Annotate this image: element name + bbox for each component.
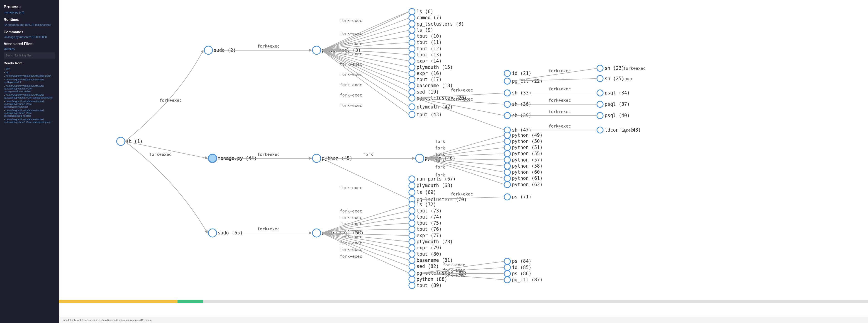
node-ls9[interactable]: ls (9) xyxy=(409,27,433,33)
node-tput10[interactable]: tput (10) xyxy=(409,33,442,39)
node-tput43[interactable]: tput (43) xyxy=(409,111,442,117)
node-expr14[interactable]: expr (14) xyxy=(409,58,442,64)
node-expr16[interactable]: expr (16) xyxy=(409,70,442,76)
reads-list-item[interactable]: home/vagrant/.virtualenvs/stacked-up/loc… xyxy=(4,117,55,124)
node-tput76[interactable]: tput (76) xyxy=(409,226,442,232)
node-sed19[interactable]: sed (19) xyxy=(409,89,439,95)
svg-text:tput (74): tput (74) xyxy=(416,214,442,220)
node-runparts67[interactable]: run-parts (67) xyxy=(409,176,456,182)
node-pglsclusters8[interactable]: pg_lsclusters (8) xyxy=(409,21,464,27)
search-input[interactable] xyxy=(4,52,55,59)
svg-text:fork: fork xyxy=(435,139,445,144)
reads-list-item[interactable]: home/vagrant/.virtualenvs/stacked-up/loc… xyxy=(4,84,55,93)
node-id21[interactable]: id (21) xyxy=(504,70,531,76)
reads-list-item[interactable]: home/vagrant/.virtualenvs/stacked-up/lib… xyxy=(4,78,55,84)
svg-text:ls (69): ls (69) xyxy=(416,189,436,195)
svg-point-110 xyxy=(504,181,510,187)
svg-text:python (57): python (57) xyxy=(512,157,542,163)
node-tput12[interactable]: tput (12) xyxy=(409,45,442,51)
node-chmod7[interactable]: chmod (7) xyxy=(409,15,442,21)
svg-text:python (55): python (55) xyxy=(512,151,542,156)
node-ps84[interactable]: ps (84) xyxy=(504,258,531,264)
node-ps71[interactable]: ps (71) xyxy=(504,194,531,200)
node-ls69[interactable]: ls (69) xyxy=(409,189,436,195)
svg-point-8 xyxy=(409,9,415,15)
svg-text:fork+exec: fork+exec xyxy=(549,124,571,129)
reads-list-item[interactable]: dev xyxy=(4,67,55,70)
reads-list-item[interactable]: etc xyxy=(4,70,55,74)
svg-point-68 xyxy=(504,78,510,84)
node-expr77[interactable]: expr (77) xyxy=(409,232,442,239)
svg-text:fork+exec: fork+exec xyxy=(257,44,280,48)
node-tput89[interactable]: tput (89) xyxy=(409,282,442,289)
svg-text:id (21): id (21) xyxy=(512,71,531,76)
svg-text:fork+exec: fork+exec xyxy=(451,192,473,196)
svg-point-26 xyxy=(409,64,415,70)
svg-text:fork+exec: fork+exec xyxy=(549,98,571,103)
node-python50[interactable]: python (50) xyxy=(504,138,542,144)
reads-list-item[interactable]: home/vagrant/.virtualenvs/stacked-up/loc… xyxy=(4,93,55,100)
node-plymouth78[interactable]: plymouth (78) xyxy=(409,239,453,245)
node-ls6[interactable]: ls (6) xyxy=(409,9,433,15)
status-text: Cumulatively took 3 seconds and 3.75 mil… xyxy=(62,319,152,321)
svg-text:fork+exec: fork+exec xyxy=(623,66,646,71)
node-python57[interactable]: python (57) xyxy=(504,157,542,163)
runtime-value: 22 seconds and 894.73 milliseconds xyxy=(4,23,55,27)
node-ldconfig48[interactable]: ldconfig (48) xyxy=(597,127,641,133)
svg-text:python (58): python (58) xyxy=(512,163,542,169)
node-python58[interactable]: python (58) xyxy=(504,163,542,169)
node-sh25[interactable]: sh (25) xyxy=(597,75,624,81)
node-python88[interactable]: python (88) xyxy=(409,276,447,282)
svg-point-124 xyxy=(409,189,415,195)
node-python61[interactable]: python (61) xyxy=(504,175,542,181)
node-pgctl87[interactable]: pg_ctl (87) xyxy=(504,277,542,283)
node-psql37[interactable]: psql (37) xyxy=(597,101,630,107)
svg-point-82 xyxy=(409,111,415,117)
reads-list-item[interactable]: home/vagrant/.virtualenvs/stacked-up/loc… xyxy=(4,108,55,117)
node-python49[interactable]: python (49) xyxy=(504,132,542,138)
command-value: ./manage.py runserver 0.0.0.0:8000 xyxy=(4,36,55,39)
node-plymouth68[interactable]: plymouth (68) xyxy=(409,183,453,189)
node-python62[interactable]: python (62) xyxy=(504,181,542,187)
node-plymouth42[interactable]: plymouth (42) xyxy=(409,104,453,110)
node-pgctl22[interactable]: pg_ctl (22) xyxy=(504,78,542,84)
node-ls72[interactable]: ls (72) xyxy=(409,202,436,208)
svg-point-104 xyxy=(504,163,510,169)
svg-text:tput (76): tput (76) xyxy=(416,226,442,232)
reads-list: devetchome/vagrant/.virtualenvs/stacked-… xyxy=(4,67,55,124)
node-tput11[interactable]: tput (11) xyxy=(409,39,442,45)
svg-text:expr (16): expr (16) xyxy=(416,71,442,76)
node-tput75[interactable]: tput (75) xyxy=(409,220,442,226)
node-psql40[interactable]: psql (40) xyxy=(597,113,630,119)
node-tput73[interactable]: tput (73) xyxy=(409,208,442,214)
node-python60[interactable]: python (60) xyxy=(504,169,542,175)
node-id85[interactable]: id (85) xyxy=(504,264,531,271)
commands-label: Commands: xyxy=(4,30,55,34)
node-basename18[interactable]: basename (18) xyxy=(409,83,453,89)
svg-point-28 xyxy=(409,70,415,76)
node-expr79[interactable]: expr (79) xyxy=(409,245,442,251)
reads-list-item[interactable]: home/vagrant/.virtualenvs/stacked-up/bin xyxy=(4,74,55,78)
node-python51[interactable]: python (51) xyxy=(504,145,542,151)
runtime-label: Runtime: xyxy=(4,18,55,22)
node-tput13[interactable]: tput (13) xyxy=(409,52,442,58)
node-plymouth15[interactable]: plymouth (15) xyxy=(409,64,453,70)
node-ps86[interactable]: ps (86) xyxy=(504,271,531,277)
svg-rect-184 xyxy=(178,300,204,303)
svg-text:tput (10): tput (10) xyxy=(416,34,442,39)
svg-point-10 xyxy=(409,15,415,21)
svg-point-51 xyxy=(504,101,510,107)
node-tput74[interactable]: tput (74) xyxy=(409,214,442,220)
node-sed82[interactable]: sed (82) xyxy=(409,263,439,270)
node-sh23[interactable]: sh (23) xyxy=(597,65,624,71)
node-tput17[interactable]: tput (17) xyxy=(409,77,442,83)
svg-text:expr (77): expr (77) xyxy=(416,233,442,238)
svg-text:exec: exec xyxy=(623,128,633,133)
svg-text:tput (17): tput (17) xyxy=(416,77,442,82)
graph-container[interactable]: .node-circle { fill: white; stroke: #4a9… xyxy=(59,0,868,317)
node-tput80[interactable]: tput (80) xyxy=(409,251,442,257)
reads-list-item[interactable]: home/vagrant/.virtualenvs/stacked-up/loc… xyxy=(4,100,55,108)
node-psql34[interactable]: psql (34) xyxy=(597,90,630,96)
node-python55[interactable]: python (55) xyxy=(504,151,542,157)
reads-label: Reads from: xyxy=(4,61,55,65)
